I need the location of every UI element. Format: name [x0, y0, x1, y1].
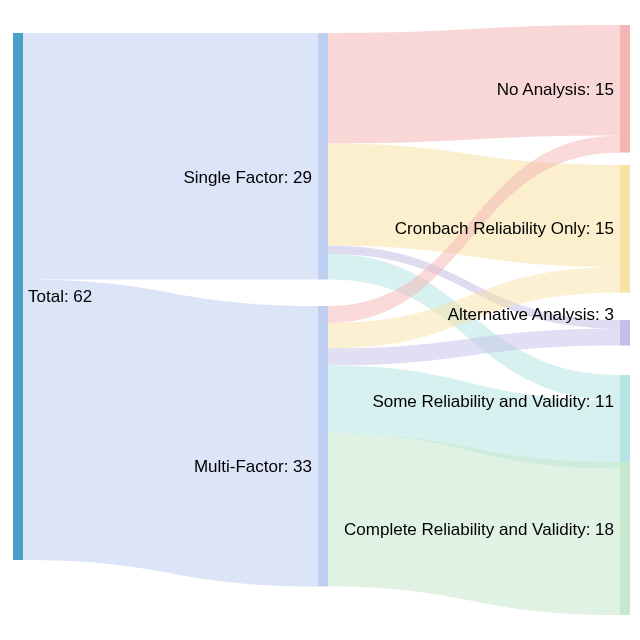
label-some: Some Reliability and Validity: 11 — [372, 392, 614, 411]
label-single: Single Factor: 29 — [183, 168, 312, 187]
node-comp — [620, 462, 630, 615]
node-none — [620, 25, 630, 153]
link-total-multi — [23, 280, 318, 587]
label-cron: Cronbach Reliability Only: 15 — [395, 219, 614, 238]
node-single — [318, 33, 328, 280]
sankey-chart: Total: 62 Single Factor: 29 Multi-Factor… — [0, 0, 640, 640]
label-total: Total: 62 — [28, 287, 92, 306]
label-alt: Alternative Analysis: 3 — [448, 305, 614, 324]
node-multi — [318, 306, 328, 587]
node-alt — [620, 320, 630, 346]
node-some — [620, 375, 630, 469]
label-none: No Analysis: 15 — [497, 80, 614, 99]
label-comp: Complete Reliability and Validity: 18 — [344, 520, 614, 539]
link-total-single — [23, 33, 318, 280]
label-multi: Multi-Factor: 33 — [194, 457, 312, 476]
node-total — [13, 33, 23, 560]
node-cron — [620, 165, 630, 293]
